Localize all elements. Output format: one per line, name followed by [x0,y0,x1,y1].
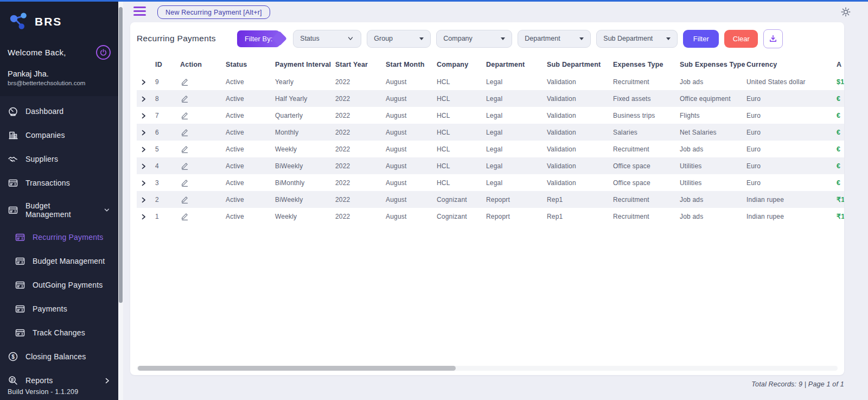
sidebar-item-track-changes[interactable]: Track Changes [0,321,118,345]
sidebar-scrollbar-thumb[interactable] [119,7,123,303]
sidebar-item-companies[interactable]: Companies [0,123,118,147]
group-dropdown[interactable]: Group [367,30,431,48]
cell-sub-department: Validation [547,141,613,157]
cell-currency: Euro [746,174,826,191]
cell-start-month: August [386,208,437,225]
hamburger-menu-icon[interactable] [133,7,146,18]
cell-expenses-type: Recruitment [613,73,680,90]
department-dropdown[interactable]: Department [518,30,591,48]
edit-icon[interactable] [180,111,189,120]
sidebar-item-closing-balances[interactable]: $ Closing Balances [0,345,118,369]
table-horizontal-scrollbar[interactable] [137,366,838,371]
company-dropdown-value: Company [443,35,473,42]
cell-start-year: 2022 [335,124,386,141]
sidebar-item-recurring-payments[interactable]: Recurring Payments [0,225,118,249]
cell-sub-department: Validation [547,107,613,124]
sidebar-item-label: Reports [25,376,53,385]
cell-amount: € [826,141,844,157]
card-icon [8,177,18,188]
welcome-text: Welcome Back, [8,48,66,57]
theme-sun-icon[interactable] [840,6,852,18]
sidebar-item-budget-management-sub[interactable]: Budget Management [0,249,118,273]
col-id: ID [155,56,180,73]
download-button[interactable] [763,29,783,48]
edit-icon[interactable] [180,77,189,86]
edit-icon[interactable] [180,128,189,137]
cell-currency: Indian rupee [746,191,826,208]
card-icon [15,303,25,314]
cell-amount: $1 [826,73,844,90]
clear-button[interactable]: Clear [724,30,758,48]
cell-status: Active [226,174,275,191]
sidebar-item-budget-management[interactable]: Budget Management [0,195,118,225]
cell-company: HCL [437,107,486,124]
edit-icon[interactable] [180,94,189,103]
main-area: New Recurring Payment [Alt+r] Recurring … [123,2,868,400]
cell-id: 5 [155,141,180,157]
cell-id: 8 [155,90,180,107]
status-dropdown[interactable]: Status [293,30,361,48]
expand-row-icon[interactable] [140,96,147,103]
sidebar-item-suppliers[interactable]: Suppliers [0,147,118,171]
new-recurring-payment-button[interactable]: New Recurring Payment [Alt+r] [157,5,270,19]
department-dropdown-value: Department [525,35,560,42]
brs-logo-icon [8,11,30,32]
brand-logo: BRS [8,11,111,32]
group-dropdown-value: Group [374,35,393,42]
download-icon [769,34,777,43]
expand-row-icon[interactable] [140,129,147,136]
sidebar-item-payments[interactable]: Payments [0,297,118,321]
filter-by-badge: Filter By: [237,30,280,47]
card-icon [15,280,25,290]
expand-row-icon[interactable] [140,196,147,204]
cell-currency: Euro [746,157,826,174]
cell-expenses-type: Recruitment [613,141,680,157]
table-horizontal-scrollbar-thumb[interactable] [138,366,456,371]
cell-department: Legal [486,90,547,107]
edit-icon[interactable] [180,195,189,204]
col-start-year: Start Year [335,56,386,73]
cell-sub-expenses-type: Job ads [680,73,746,90]
company-dropdown[interactable]: Company [436,30,512,48]
expand-row-icon[interactable] [140,79,147,86]
cell-status: Active [226,107,275,124]
cell-status: Active [226,208,275,225]
edit-icon[interactable] [180,161,189,170]
sub-department-dropdown[interactable]: Sub Department [596,30,678,48]
table-row: 9 Active Yearly 2022 August HCL Legal Va… [137,73,844,90]
cell-amount: € [826,157,844,174]
cell-start-year: 2022 [335,208,386,225]
filter-button[interactable]: Filter [683,30,719,48]
cell-currency: Indian rupee [746,208,826,225]
edit-icon[interactable] [180,178,189,187]
cell-payment-interval: Yearly [275,73,335,90]
edit-icon[interactable] [180,212,189,221]
expand-row-icon[interactable] [140,146,147,153]
table-row: 4 Active BiWeekly 2022 August HCL Legal … [137,157,844,174]
cell-currency: Euro [746,141,826,157]
expand-row-icon[interactable] [140,112,147,119]
sidebar-item-transactions[interactable]: Transactions [0,171,118,195]
expand-row-icon[interactable] [140,163,147,170]
svg-text:$: $ [11,354,15,360]
cell-sub-expenses-type: Job ads [680,208,746,225]
cell-id: 4 [155,157,180,174]
sub-department-dropdown-value: Sub Department [603,35,653,42]
col-expenses-type: Expenses Type [613,56,680,73]
cell-start-year: 2022 [335,90,386,107]
cell-status: Active [226,73,275,90]
logout-power-button[interactable] [96,45,111,60]
cell-payment-interval: Weekly [275,141,335,157]
expand-row-icon[interactable] [140,213,147,220]
cell-amount: € [826,174,844,191]
cell-start-month: August [386,141,437,157]
sidebar-item-dashboard[interactable]: Dashboard [0,99,118,123]
suppliers-handshake-icon [8,154,18,164]
cell-status: Active [226,90,275,107]
sidebar-scrollbar[interactable] [118,2,123,400]
expand-row-icon[interactable] [140,180,147,187]
cell-amount: € [826,107,844,124]
cell-sub-expenses-type: Utilities [680,157,746,174]
edit-icon[interactable] [180,144,189,154]
sidebar-item-outgoing-payments[interactable]: OutGoing Payments [0,273,118,297]
